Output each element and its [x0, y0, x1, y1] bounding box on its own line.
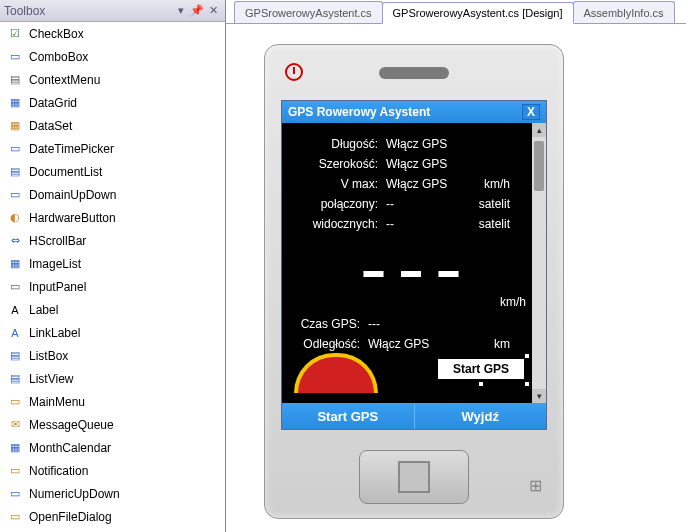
toolbox-item-hscrollbar[interactable]: ⇔HScrollBar [0, 229, 225, 252]
toolbox-item-contextmenu[interactable]: ▤ContextMenu [0, 68, 225, 91]
tab-gpsrowerowyasystent-cs--design-[interactable]: GPSrowerowyAsystent.cs [Design] [382, 2, 574, 24]
toolbox-item-panel[interactable]: ▭Panel [0, 528, 225, 532]
document-tabs: GPSrowerowyAsystent.csGPSrowerowyAsysten… [226, 0, 686, 24]
design-canvas[interactable]: GPS Rowerowy Asystent X ▴ ▾ Długość: Włą… [226, 24, 686, 532]
label-widocznych: widocznych: [282, 217, 386, 231]
toolbox-item-combobox[interactable]: ▭ComboBox [0, 45, 225, 68]
row-polaczony: połączony: -- satelit [282, 197, 530, 211]
vertical-scrollbar[interactable]: ▴ ▾ [532, 123, 546, 403]
row-szerokosc: Szerokość: Włącz GPS [282, 157, 530, 171]
label-szerokosc: Szerokość: [282, 157, 386, 171]
designer-area: GPSrowerowyAsystent.csGPSrowerowyAsysten… [226, 0, 686, 532]
toolbox-item-domainupdown[interactable]: ▭DomainUpDown [0, 183, 225, 206]
openfiledialog-icon: ▭ [7, 509, 23, 525]
toolbox-item-imagelist[interactable]: ▦ImageList [0, 252, 225, 275]
toolbox-item-checkbox[interactable]: ☑CheckBox [0, 22, 225, 45]
notification-icon: ▭ [7, 463, 23, 479]
dropdown-icon[interactable]: ▾ [173, 3, 189, 19]
row-widocznych: widocznych: -- satelit [282, 217, 530, 231]
label-vmax: V max: [282, 177, 386, 191]
toolbox-item-label: OpenFileDialog [29, 510, 112, 524]
form-body[interactable]: ▴ ▾ Długość: Włącz GPS Szerokość: Włącz … [282, 123, 546, 403]
value-widocznych: -- [386, 217, 394, 231]
toolbox-item-datagrid[interactable]: ▦DataGrid [0, 91, 225, 114]
toolbox-item-openfiledialog[interactable]: ▭OpenFileDialog [0, 505, 225, 528]
power-icon [285, 63, 303, 81]
menu-exit[interactable]: Wyjdź [415, 403, 547, 429]
toolbox-item-label: ComboBox [29, 50, 88, 64]
toolbox-item-listview[interactable]: ▤ListView [0, 367, 225, 390]
hscrollbar-icon: ⇔ [7, 233, 23, 249]
value-szerokosc: Włącz GPS [386, 157, 447, 171]
listview-icon: ▤ [7, 371, 23, 387]
selection-handle[interactable] [524, 353, 530, 359]
toolbox-item-label: MainMenu [29, 395, 85, 409]
toolbox-item-linklabel[interactable]: ALinkLabel [0, 321, 225, 344]
device-screen: GPS Rowerowy Asystent X ▴ ▾ Długość: Włą… [281, 100, 547, 430]
toolbox-item-mainmenu[interactable]: ▭MainMenu [0, 390, 225, 413]
toolbox-item-dataset[interactable]: ▦DataSet [0, 114, 225, 137]
toolbox-item-messagequeue[interactable]: ✉MessageQueue [0, 413, 225, 436]
selection-handle[interactable] [478, 381, 484, 387]
toolbox-item-label: DomainUpDown [29, 188, 116, 202]
toolbox-item-listbox[interactable]: ▤ListBox [0, 344, 225, 367]
device-mockup: GPS Rowerowy Asystent X ▴ ▾ Długość: Włą… [264, 44, 564, 519]
toolbox-item-label: DataGrid [29, 96, 77, 110]
toolbox-item-label[interactable]: ALabel [0, 298, 225, 321]
unit-odleglosc: km [494, 337, 510, 351]
form-title-text: GPS Rowerowy Asystent [288, 105, 522, 119]
speed-unit: km/h [500, 295, 526, 309]
toolbox-list[interactable]: ☑CheckBox▭ComboBox▤ContextMenu▦DataGrid▦… [0, 22, 225, 532]
toolbox-item-label: HardwareButton [29, 211, 116, 225]
toolbox-item-monthcalendar[interactable]: ▦MonthCalendar [0, 436, 225, 459]
tab-gpsrowerowyasystent-cs[interactable]: GPSrowerowyAsystent.cs [234, 1, 383, 23]
tab-assemblyinfo-cs[interactable]: AssemblyInfo.cs [573, 1, 675, 23]
numericupdown-icon: ▭ [7, 486, 23, 502]
toolbox-item-label: ListView [29, 372, 73, 386]
selection-handle[interactable] [524, 381, 530, 387]
windows-flag-icon: ⊞ [529, 476, 549, 494]
toolbox-title: Toolbox [4, 4, 173, 18]
toolbox-item-numericupdown[interactable]: ▭NumericUpDown [0, 482, 225, 505]
label-polaczony: połączony: [282, 197, 386, 211]
toolbox-item-label: CheckBox [29, 27, 84, 41]
toolbox-item-label: DocumentList [29, 165, 102, 179]
imagelist-icon: ▦ [7, 256, 23, 272]
label-odleglosc: Odległość: [282, 337, 368, 351]
listbox-icon: ▤ [7, 348, 23, 364]
form-titlebar[interactable]: GPS Rowerowy Asystent X [282, 101, 546, 123]
inputpanel-icon: ▭ [7, 279, 23, 295]
toolbox-item-inputpanel[interactable]: ▭InputPanel [0, 275, 225, 298]
menu-start-gps[interactable]: Start GPS [282, 403, 414, 429]
scroll-thumb[interactable] [534, 141, 544, 191]
unit-polaczony: satelit [479, 197, 510, 211]
form-close-button[interactable]: X [522, 104, 540, 120]
unit-widocznych: satelit [479, 217, 510, 231]
documentlist-icon: ▤ [7, 164, 23, 180]
toolbox-item-label: LinkLabel [29, 326, 80, 340]
datagrid-icon: ▦ [7, 95, 23, 111]
domainupdown-icon: ▭ [7, 187, 23, 203]
toolbox-item-hardwarebutton[interactable]: ◐HardwareButton [0, 206, 225, 229]
row-dlugosc: Długość: Włącz GPS [282, 137, 530, 151]
contextmenu-icon: ▤ [7, 72, 23, 88]
monthcalendar-icon: ▦ [7, 440, 23, 456]
pin-icon[interactable]: 📌 [189, 3, 205, 19]
toolbox-item-label: DateTimePicker [29, 142, 114, 156]
scroll-down-arrow[interactable]: ▾ [532, 389, 546, 403]
toolbox-item-label: Notification [29, 464, 88, 478]
value-vmax: Włącz GPS [386, 177, 447, 191]
toolbox-header: Toolbox ▾ 📌 ✕ [0, 0, 225, 22]
toolbox-item-datetimepicker[interactable]: ▭DateTimePicker [0, 137, 225, 160]
close-icon[interactable]: ✕ [205, 3, 221, 19]
toolbox-item-label: ListBox [29, 349, 68, 363]
scroll-up-arrow[interactable]: ▴ [532, 123, 546, 137]
start-gps-button[interactable]: Start GPS [438, 359, 524, 379]
toolbox-item-label: DataSet [29, 119, 72, 133]
toolbox-item-documentlist[interactable]: ▤DocumentList [0, 160, 225, 183]
label-dlugosc: Długość: [282, 137, 386, 151]
toolbox-item-notification[interactable]: ▭Notification [0, 459, 225, 482]
speaker [379, 67, 449, 79]
speed-display: ▬ ▬ ▬ [363, 259, 464, 282]
row-vmax: V max: Włącz GPS km/h [282, 177, 530, 191]
